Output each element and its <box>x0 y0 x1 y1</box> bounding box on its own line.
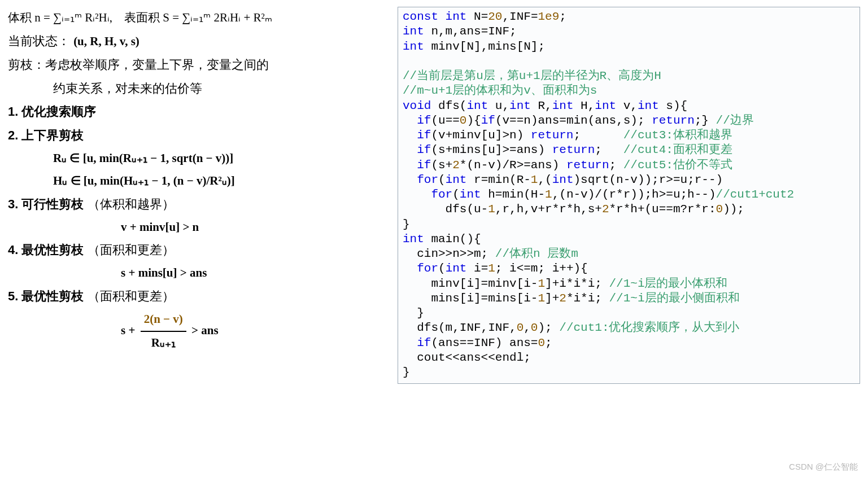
code-text: ; <box>609 159 623 172</box>
prune-desc-1: 剪枝：考虑枚举顺序，变量上下界，变量之间的 <box>8 53 381 77</box>
code-text: ]+ <box>545 292 559 305</box>
code-text: ; <box>595 143 623 156</box>
kw: void <box>403 99 431 112</box>
kw: if <box>403 159 431 172</box>
num: 2 <box>452 159 460 172</box>
heading-5: 5. 最优性剪枝 （面积和更差） <box>8 285 381 308</box>
eq5-rhs: > ans <box>191 323 219 337</box>
code-text: cin>>n>>m; <box>403 247 495 260</box>
code-text: s){ <box>659 99 687 112</box>
kw: int <box>460 188 481 201</box>
kw: int <box>403 25 424 38</box>
code-text: dfs( <box>431 99 466 112</box>
kw: for <box>403 188 452 201</box>
kw: int <box>438 10 466 23</box>
num: 1 <box>538 292 545 305</box>
kw: for <box>403 262 438 275</box>
eq-h-range: Hᵤ ∈ [u, min(Hᵤ₊₁ − 1, (n − v)/R²ᵤ)] <box>8 170 381 192</box>
num: 1 <box>488 203 495 216</box>
comment: //当前层是第u层，第u+1层的半径为R、高度为H <box>403 69 661 82</box>
code-text: ){ <box>466 114 481 127</box>
comment: //cut4:面积和更差 <box>623 143 732 156</box>
kw: if <box>403 129 431 142</box>
code-text: r=min(R- <box>466 173 530 186</box>
code-text: } <box>403 307 424 320</box>
code-text: ( <box>452 188 460 201</box>
kw: int <box>403 233 424 246</box>
code-text: )); <box>723 203 744 216</box>
eq-feasibility: v + minv[u] > n <box>8 216 381 239</box>
code-text: , <box>524 321 531 334</box>
comment: //cut3:体积和越界 <box>623 129 732 142</box>
code-text: ); <box>538 321 559 334</box>
kw: int <box>638 99 659 112</box>
kw: int <box>446 173 467 186</box>
kw: return <box>566 159 609 172</box>
code-text: (u== <box>431 114 459 127</box>
kw: return <box>652 114 695 127</box>
num: 1 <box>488 262 495 275</box>
eq5-num: 2(n − v) <box>141 308 186 332</box>
code-text: } <box>403 366 410 379</box>
code-text: H, <box>574 99 595 112</box>
code-text: (s+mins[u]>=ans) <box>431 143 552 156</box>
code-text: (v+minv[u]>n) <box>431 129 530 142</box>
num: 2 <box>559 292 566 305</box>
code-text: ; <box>545 336 552 349</box>
code-text: *r*h+(u==m?r*r: <box>609 203 716 216</box>
code-text: ,(n-v)/(r*r));h>=u;h--) <box>552 188 716 201</box>
heading-3a: 3. 可行性剪枝 <box>8 197 84 211</box>
num: 1 <box>545 188 552 201</box>
num: 0 <box>517 321 524 334</box>
comment: //1~i层的最小侧面积和 <box>609 292 740 305</box>
code-text: ; <box>559 10 566 23</box>
comment: //cut5:估价不等式 <box>623 159 732 172</box>
kw: int <box>466 99 488 112</box>
num: 0 <box>531 321 538 334</box>
heading-5a: 5. 最优性剪枝 <box>8 289 84 303</box>
comment: //1~i层的最小体积和 <box>609 277 727 290</box>
code-text: N= <box>466 10 488 23</box>
num: 0 <box>460 114 467 127</box>
eq-optimal-2: s + 2(n − v) Rᵤ₊₁ > ans <box>8 308 381 355</box>
code-text: ]+i*i*i; <box>545 277 609 290</box>
code-text: ,r,h,v+r*r*h,s+ <box>495 203 602 216</box>
code-text: )sqrt(n-v));r>=u;r--) <box>574 173 723 186</box>
comment: //体积n 层数m <box>495 247 578 260</box>
heading-2: 2. 上下界剪枝 <box>8 124 381 147</box>
heading-4a: 4. 最优性剪枝 <box>8 243 84 257</box>
num: 20 <box>488 10 502 23</box>
eq-optimal-1: s + mins[u] > ans <box>8 262 381 285</box>
kw: int <box>595 99 616 112</box>
num: 2 <box>602 203 609 216</box>
code-text: n,m,ans=INF; <box>424 25 517 38</box>
num: 1 <box>538 277 545 290</box>
comment: //边界 <box>716 114 754 127</box>
num: 0 <box>716 203 723 216</box>
code-text: ,( <box>538 173 552 186</box>
state-line: 当前状态： (u, R, H, v, s) <box>8 29 381 53</box>
code-text: R, <box>531 99 552 112</box>
code-text: ( <box>438 262 446 275</box>
code-text: *i*i; <box>566 292 609 305</box>
heading-3b: （体积和越界） <box>88 197 175 211</box>
code-text: cout<<ans<<endl; <box>403 351 531 364</box>
right-panel: const int N=20,INF=1e9; int n,m,ans=INF;… <box>398 7 860 384</box>
code-text: u, <box>488 99 509 112</box>
num: 1e9 <box>538 10 559 23</box>
code-text: (v==n)ans=min(ans,s); <box>495 114 652 127</box>
kw: if <box>403 143 431 156</box>
code-text: main(){ <box>424 233 481 246</box>
kw: int <box>552 173 574 186</box>
kw: int <box>552 99 574 112</box>
num: 0 <box>538 336 545 349</box>
kw: return <box>552 143 595 156</box>
heading-5b: （面积和更差） <box>88 289 175 303</box>
code-text: minv[N],mins[N]; <box>424 40 545 53</box>
num: 1 <box>531 173 538 186</box>
kw: if <box>403 336 431 349</box>
code-text: i= <box>466 262 488 275</box>
code-block: const int N=20,INF=1e9; int n,m,ans=INF;… <box>398 7 860 384</box>
kw: int <box>509 99 531 112</box>
heading-4b: （面积和更差） <box>88 243 175 257</box>
